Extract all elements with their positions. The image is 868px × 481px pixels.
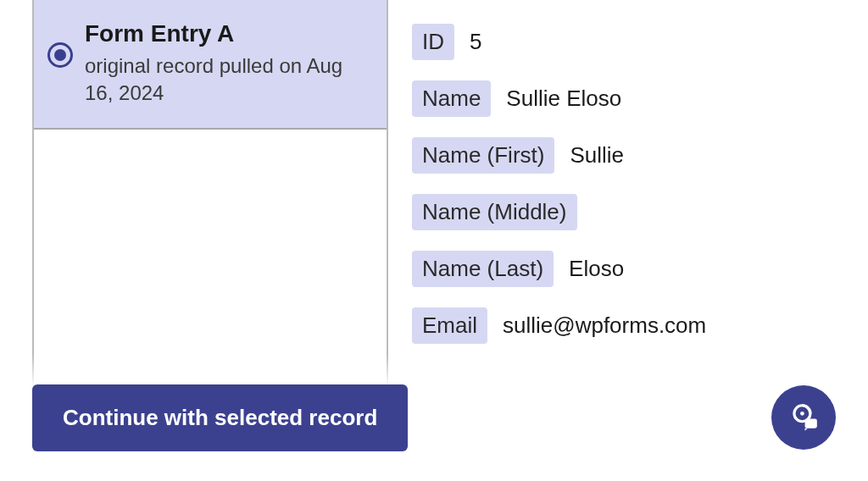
svg-rect-2 [805, 419, 817, 428]
record-title: Form Entry A [85, 20, 370, 47]
field-label: ID [412, 24, 454, 60]
record-radio[interactable] [47, 42, 73, 68]
field-value: sullie@wpforms.com [503, 312, 706, 339]
continue-button[interactable]: Continue with selected record [32, 384, 408, 451]
record-subtitle: original record pulled on Aug 16, 2024 [85, 53, 370, 108]
field-row: Name (First) Sullie [412, 137, 843, 174]
record-card-text: Form Entry A original record pulled on A… [85, 20, 370, 108]
field-label: Name [412, 80, 491, 117]
field-row: Email sullie@wpforms.com [412, 307, 843, 344]
field-label: Email [412, 307, 487, 344]
field-label: Name (First) [412, 137, 554, 174]
field-value: Sullie [570, 142, 624, 169]
field-row: Name (Middle) [412, 194, 843, 230]
field-value: Sullie Eloso [506, 86, 621, 112]
field-row: Name Sullie Eloso [412, 80, 843, 117]
radio-selected-dot [54, 49, 66, 61]
support-chat-icon [787, 401, 820, 434]
record-card[interactable]: Form Entry A original record pulled on A… [34, 0, 387, 130]
footer-bar: Continue with selected record [0, 354, 868, 481]
field-label: Name (Middle) [412, 194, 577, 230]
field-label: Name (Last) [412, 251, 554, 287]
svg-point-1 [800, 412, 804, 416]
field-value: 5 [470, 29, 481, 55]
help-fab[interactable] [771, 385, 836, 450]
field-row: Name (Last) Eloso [412, 251, 843, 287]
field-row: ID 5 [412, 24, 843, 60]
field-value: Eloso [569, 256, 624, 282]
